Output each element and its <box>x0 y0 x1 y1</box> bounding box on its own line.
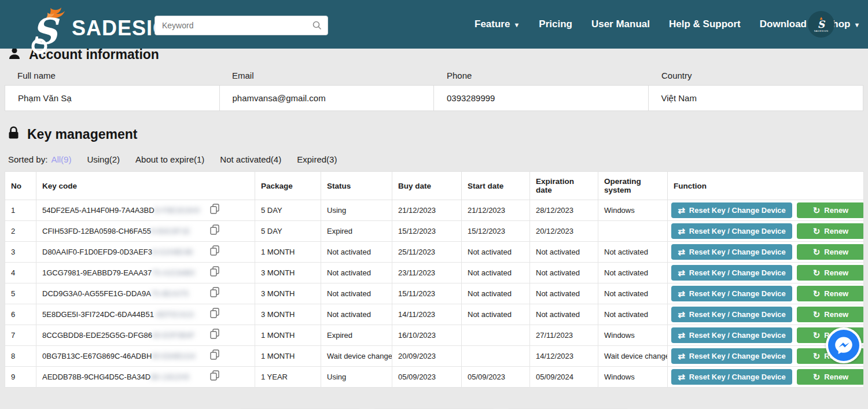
cell-no: 3 <box>5 242 36 263</box>
lock-icon <box>8 126 19 143</box>
cell-expiration-date: Not activated <box>530 283 598 304</box>
cell-buy-date: 14/11/2023 <box>392 304 462 325</box>
cell-status: Not activated <box>321 242 392 263</box>
reset-key-button[interactable]: ⇄Reset Key / Change Device <box>671 244 792 260</box>
swap-icon: ⇄ <box>678 268 685 277</box>
renew-button[interactable]: ↻Renew <box>797 286 864 301</box>
reset-key-button[interactable]: ⇄Reset Key / Change Device <box>671 286 792 301</box>
key-code-text: 5E8DGE5I-3FI724DC-6DA44B51 <box>42 310 154 319</box>
account-avatar[interactable]: ▲ S SADESIGN <box>808 11 834 38</box>
cell-function: ⇄Reset Key / Change Device↻Renew <box>668 367 864 388</box>
cell-os: Wait device change <box>598 346 668 367</box>
renew-button[interactable]: ↻Renew <box>797 244 864 260</box>
reset-key-button[interactable]: ⇄Reset Key / Change Device <box>671 307 792 322</box>
swap-icon: ⇄ <box>678 352 685 360</box>
nav-download-label: Download <box>760 19 807 30</box>
col-buy-date: Buy date <box>392 172 462 200</box>
table-row: 9 AEDDB78B-9CHG4D5C-BA34D88-13G2H5 1 YEA… <box>5 367 864 388</box>
renew-button[interactable]: ↻Renew <box>797 369 864 385</box>
renew-label: Renew <box>824 206 848 215</box>
col-key-code: Key code <box>36 172 255 200</box>
copy-icon[interactable] <box>210 308 219 320</box>
main-nav: Feature ▼ Pricing User Manual Help & Sup… <box>475 0 860 49</box>
table-row: 1 54DF2EA5-A1H4F0H9-7A4A3BDD-F8E3G3H0 5 … <box>5 200 864 221</box>
swap-icon: ⇄ <box>678 227 685 235</box>
refresh-icon: ↻ <box>813 268 821 277</box>
key-management-title: Key management <box>8 126 868 143</box>
refresh-icon: ↻ <box>813 373 821 381</box>
cell-package: 3 MONTH <box>255 304 321 325</box>
cell-no: 1 <box>5 200 36 221</box>
copy-icon[interactable] <box>210 266 219 278</box>
renew-button[interactable]: ↻Renew <box>797 307 864 322</box>
cell-expiration-date: 20/12/2023 <box>530 221 598 242</box>
search-input[interactable] <box>155 21 312 30</box>
renew-button[interactable]: ↻Renew <box>797 202 864 218</box>
renew-label: Renew <box>824 289 848 298</box>
nav-feature[interactable]: Feature ▼ <box>475 19 520 30</box>
cell-no: 4 <box>5 263 36 283</box>
cell-status: Wait device change <box>321 346 392 367</box>
filter-about-to-expire[interactable]: About to expire(1) <box>135 154 204 164</box>
renew-button[interactable]: ↻Renew <box>797 223 864 239</box>
messenger-chat-button[interactable] <box>826 327 862 363</box>
nav-user-manual[interactable]: User Manual <box>591 19 650 30</box>
filter-using[interactable]: Using(2) <box>87 154 120 164</box>
cell-function: ⇄Reset Key / Change Device↻Renew <box>668 200 864 221</box>
cell-start-date: 05/09/2023 <box>462 367 530 388</box>
key-code-redacted: 75-A2C84B0 <box>152 268 194 277</box>
label-email: Email <box>219 71 434 80</box>
copy-icon[interactable] <box>210 370 219 382</box>
key-code-redacted: 90-E84B1G4 <box>152 352 195 360</box>
filter-all[interactable]: All(9) <box>51 154 71 164</box>
cell-expiration-date: Not activated <box>530 242 598 263</box>
col-expiration-date: Expiration date <box>530 172 598 200</box>
search-icon[interactable] <box>312 21 322 30</box>
cell-function: ⇄Reset Key / Change Device↻Renew <box>668 263 864 283</box>
key-code-text: 1GCG7981-9EABBD79-EAAA37 <box>42 268 152 277</box>
reset-key-button[interactable]: ⇄Reset Key / Change Device <box>671 327 792 343</box>
cell-package: 5 DAY <box>255 200 321 221</box>
key-code-text: DCD9G3A0-AG55FE1G-DDA9A <box>42 289 151 298</box>
key-management-title-text: Key management <box>27 127 137 142</box>
cell-start-date <box>462 346 530 367</box>
cell-start-date <box>462 325 530 346</box>
reset-key-label: Reset Key / Change Device <box>689 268 786 277</box>
col-function: Function <box>668 172 864 200</box>
nav-help-support[interactable]: Help & Support <box>669 19 741 30</box>
copy-icon[interactable] <box>210 349 219 362</box>
cell-status: Using <box>321 200 392 221</box>
cell-no: 9 <box>5 367 36 388</box>
table-row: 6 5E8DGE5I-3FI724DC-6DA44B51-4EF0C41G 3 … <box>5 304 864 325</box>
key-code-redacted: D-F8E3G3H0 <box>155 206 200 215</box>
filter-expired[interactable]: Expired(3) <box>297 154 337 164</box>
reset-key-button[interactable]: ⇄Reset Key / Change Device <box>671 265 792 281</box>
cell-start-date: Not activated <box>462 283 530 304</box>
copy-icon[interactable] <box>210 204 219 216</box>
filter-not-activated[interactable]: Not activated(4) <box>220 154 281 164</box>
cell-package: 1 MONTH <box>255 325 321 346</box>
cell-start-date: 21/12/2023 <box>462 200 530 221</box>
reset-key-button[interactable]: ⇄Reset Key / Change Device <box>671 202 792 218</box>
nav-download[interactable]: Download <box>760 19 807 30</box>
copy-icon[interactable] <box>210 224 219 237</box>
reset-key-button[interactable]: ⇄Reset Key / Change Device <box>671 223 792 239</box>
cell-expiration-date: 05/09/2024 <box>530 367 598 388</box>
chevron-down-icon: ▼ <box>854 21 860 28</box>
refresh-icon: ↻ <box>813 352 821 360</box>
table-row: 7 8CCGBDD8-EDE25G5G-DFG8640-E0F0B4F 1 MO… <box>5 325 864 346</box>
copy-icon[interactable] <box>210 287 219 299</box>
copy-icon[interactable] <box>210 245 219 257</box>
cell-function: ⇄Reset Key / Change Device↻Renew <box>668 242 864 263</box>
reset-key-button[interactable]: ⇄Reset Key / Change Device <box>671 348 792 364</box>
key-code-text: CFIH53FD-12BA0598-CH6FA55 <box>42 227 151 235</box>
copy-icon[interactable] <box>210 329 219 341</box>
cell-expiration-date: Not activated <box>530 263 598 283</box>
cell-status: Using <box>321 367 392 388</box>
cell-function: ⇄Reset Key / Change Device↻Renew <box>668 283 864 304</box>
cell-key-code: D80AAIF0-F1D0EFD9-0D3AEF39-G2H8E4B <box>36 242 255 263</box>
reset-key-button[interactable]: ⇄Reset Key / Change Device <box>671 369 792 385</box>
renew-button[interactable]: ↻Renew <box>797 265 864 281</box>
nav-pricing[interactable]: Pricing <box>539 19 572 30</box>
col-package: Package <box>255 172 321 200</box>
